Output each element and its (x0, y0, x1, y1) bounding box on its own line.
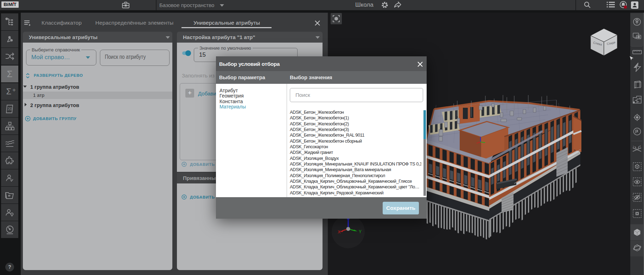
svg-text:2: 2 (639, 145, 641, 148)
svg-text:2D: 2D (8, 107, 12, 111)
svg-text:Y: Y (359, 229, 362, 234)
svg-text:1: 1 (633, 145, 634, 148)
svg-text:X: X (338, 230, 340, 235)
